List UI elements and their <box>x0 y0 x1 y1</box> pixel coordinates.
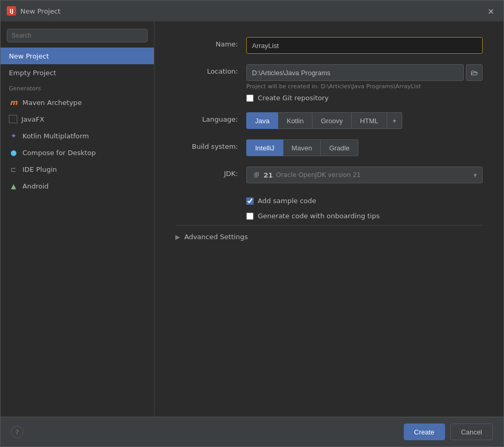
build-system-row: Build system: IntelliJ Maven Gradle <box>175 139 483 156</box>
kotlin-icon: ✦ <box>9 131 18 140</box>
language-more-button[interactable]: + <box>387 112 402 129</box>
build-gradle-button[interactable]: Gradle <box>321 139 358 156</box>
git-checkbox[interactable] <box>246 95 254 102</box>
build-intellij-button[interactable]: IntelliJ <box>246 139 283 156</box>
sidebar-item-maven-archetype[interactable]: m Maven Archetype <box>1 94 154 111</box>
sidebar-item-android[interactable]: ▲ Android <box>1 178 154 194</box>
android-label: Android <box>22 182 49 190</box>
sidebar-item-kotlin-multiplatform[interactable]: ✦ Kotlin Multiplatform <box>1 127 154 144</box>
sidebar-item-new-project[interactable]: New Project <box>1 48 154 64</box>
sample-code-checkbox[interactable] <box>246 197 254 205</box>
git-checkbox-row: Create Git repository <box>246 94 483 102</box>
search-bar <box>1 26 154 45</box>
language-label: Language: <box>175 112 238 123</box>
empty-project-label: Empty Project <box>9 69 56 77</box>
language-row: Language: Java Kotlin Groovy HTML + <box>175 112 483 129</box>
sidebar-item-compose-desktop[interactable]: ● Compose for Desktop <box>1 144 154 161</box>
build-maven-button[interactable]: Maven <box>283 139 321 156</box>
maven-icon: m <box>9 98 18 107</box>
language-html-button[interactable]: HTML <box>352 112 387 129</box>
onboarding-checkbox-row: Generate code with onboarding tips <box>246 212 380 220</box>
name-row: Name: <box>175 37 483 54</box>
create-button[interactable]: Create <box>404 424 445 440</box>
location-input-row: 🗁 <box>246 64 483 81</box>
advanced-settings-label: Advanced Settings <box>184 233 248 241</box>
dialog-title: New Project <box>20 7 61 15</box>
build-system-label: Build system: <box>175 139 238 150</box>
main-content: Name: Location: 🗁 Project will be create… <box>154 21 503 417</box>
title-bar: IJ New Project × <box>1 1 503 21</box>
name-control <box>246 37 483 54</box>
sample-code-row: Add sample code <box>246 194 483 205</box>
name-input[interactable] <box>246 37 483 54</box>
language-control: Java Kotlin Groovy HTML + <box>246 112 483 129</box>
android-icon: ▲ <box>9 181 18 191</box>
location-label: Location: <box>175 64 238 75</box>
ide-label: IDE Plugin <box>22 166 57 173</box>
jdk-chevron-icon: ▾ <box>473 171 477 179</box>
new-project-label: New Project <box>9 52 49 60</box>
onboarding-checkbox[interactable] <box>246 213 254 220</box>
language-kotlin-button[interactable]: Kotlin <box>278 112 313 129</box>
compose-label: Compose for Desktop <box>22 149 95 157</box>
sample-code-label: Add sample code <box>258 197 316 205</box>
jdk-icon: 🗐 <box>252 171 260 179</box>
help-button[interactable]: ? <box>11 426 23 438</box>
maven-label: Maven Archetype <box>22 99 82 107</box>
jdk-dropdown[interactable]: 🗐 21 Oracle OpenJDK version 21 ▾ <box>246 167 483 183</box>
advanced-section: ▶ Advanced Settings <box>175 225 483 241</box>
footer: ? Create Cancel <box>1 417 503 446</box>
sidebar-item-empty-project[interactable]: Empty Project <box>1 64 154 81</box>
close-button[interactable]: × <box>485 5 497 17</box>
compose-icon: ● <box>9 148 18 157</box>
sidebar-item-javafx[interactable]: JavaFX <box>1 111 154 127</box>
ide-icon: ⊏ <box>9 164 18 174</box>
javafx-label: JavaFX <box>21 115 44 123</box>
sidebar-item-ide-plugin[interactable]: ⊏ IDE Plugin <box>1 161 154 178</box>
language-groovy-button[interactable]: Groovy <box>313 112 352 129</box>
onboarding-label: Generate code with onboarding tips <box>258 212 380 220</box>
jdk-version: 21 <box>263 171 273 179</box>
sidebar: New Project Empty Project Generators m M… <box>1 21 154 417</box>
jdk-row: JDK: 🗐 21 Oracle OpenJDK version 21 ▾ <box>175 167 483 183</box>
browse-button[interactable]: 🗁 <box>466 64 483 81</box>
build-system-control: IntelliJ Maven Gradle <box>246 139 483 156</box>
kotlin-label: Kotlin Multiplatform <box>22 132 89 140</box>
advanced-arrow-icon: ▶ <box>175 233 180 241</box>
new-project-dialog: IJ New Project × New Project Empty Proje… <box>0 0 504 447</box>
build-system-button-group: IntelliJ Maven Gradle <box>246 139 483 156</box>
name-label: Name: <box>175 37 238 48</box>
title-bar-left: IJ New Project <box>7 6 61 16</box>
sample-code-checkbox-row: Add sample code <box>246 197 316 205</box>
generators-label: Generators <box>1 81 154 94</box>
location-control: 🗁 Project will be created in: D:\Article… <box>246 64 483 102</box>
location-input[interactable] <box>246 64 464 81</box>
app-icon: IJ <box>7 6 16 16</box>
jdk-name: Oracle OpenJDK version 21 <box>276 171 361 179</box>
footer-actions: Create Cancel <box>404 424 494 440</box>
search-input[interactable] <box>7 29 148 42</box>
javafx-icon <box>9 115 17 123</box>
onboarding-row: Generate code with onboarding tips <box>246 209 483 220</box>
content-area: New Project Empty Project Generators m M… <box>1 21 503 417</box>
location-hint: Project will be created in: D:\Articles\… <box>246 83 483 90</box>
jdk-label: JDK: <box>175 167 238 178</box>
language-button-group: Java Kotlin Groovy HTML + <box>246 112 483 129</box>
jdk-control: 🗐 21 Oracle OpenJDK version 21 ▾ <box>246 167 483 183</box>
location-row: Location: 🗁 Project will be created in: … <box>175 64 483 102</box>
cancel-button[interactable]: Cancel <box>450 424 493 440</box>
language-java-button[interactable]: Java <box>246 112 278 129</box>
advanced-settings-toggle[interactable]: ▶ Advanced Settings <box>175 233 483 241</box>
git-checkbox-label: Create Git repository <box>258 94 329 102</box>
